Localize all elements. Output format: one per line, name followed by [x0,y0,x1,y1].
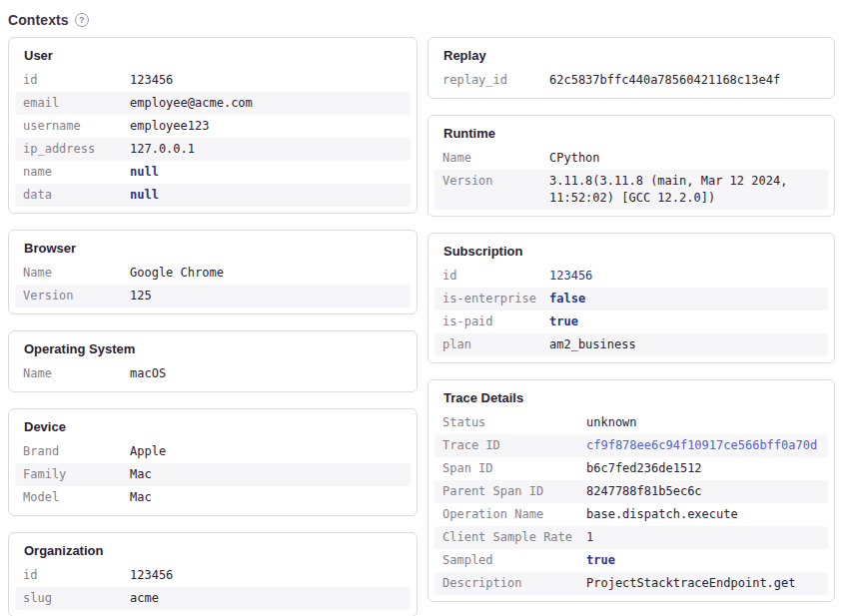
card-rows: NameCPythonVersion3.11.8(3.11.8 (main, M… [434,147,828,210]
context-row: is-paidtrue [434,310,828,333]
context-row: NameGoogle Chrome [15,262,411,285]
context-row: emailemployee@acme.com [15,92,411,115]
context-row: Sampledtrue [434,549,828,572]
context-key: is-enterprise [442,291,549,308]
card-rows: id123456slugacme [15,564,411,610]
context-row: usernameemployee123 [15,115,411,138]
context-row: BrandApple [15,440,411,463]
context-key: Name [442,150,549,167]
context-value: employee@acme.com [130,95,403,112]
context-key: Client Sample Rate [442,529,586,546]
context-key: ip_address [23,141,130,158]
card-runtime: Runtime NameCPythonVersion3.11.8(3.11.8 … [427,115,835,217]
context-value: 62c5837bffc440a78560421168c13e4f [549,72,820,89]
context-row: Version125 [15,285,411,308]
context-row: namenull [15,161,411,184]
context-value: unknown [586,414,820,431]
card-rows: BrandAppleFamilyMacModelMac [15,440,411,509]
context-key: Model [23,489,130,506]
context-row: planam2_business [434,333,828,356]
context-key: Version [442,173,549,190]
context-key: is-paid [442,313,549,330]
help-icon[interactable]: ? [75,13,89,27]
context-key: id [23,72,130,89]
card-title: Organization [24,543,402,558]
context-row: Operation Namebase.dispatch.execute [434,503,828,526]
context-row: FamilyMac [15,463,411,486]
context-value: 123456 [549,268,820,285]
page-title: Contexts [8,12,69,28]
context-key: Name [23,265,130,282]
card-replay: Replay replay_id62c5837bffc440a785604211… [427,37,835,99]
contexts-header: Contexts ? [0,0,843,37]
context-key: Family [23,466,130,483]
context-value: employee123 [130,118,403,135]
context-row: Client Sample Rate1 [434,526,828,549]
card-trace-details: Trace Details StatusunknownTrace IDcf9f8… [427,379,835,602]
context-value: Google Chrome [130,265,403,282]
card-title: Browser [24,241,402,256]
context-row: Span IDb6c7fed236de1512 [434,457,828,480]
context-row: id123456 [15,69,411,92]
context-value[interactable]: cf9f878ee6c94f10917ce566bff0a70d [586,437,820,454]
context-row: Trace IDcf9f878ee6c94f10917ce566bff0a70d [434,434,828,457]
context-key: id [23,567,130,584]
context-value: CPython [549,150,820,167]
card-title: Operating System [24,341,402,356]
context-value: 3.11.8(3.11.8 (main, Mar 12 2024, 11:52:… [549,173,820,207]
card-rows: replay_id62c5837bffc440a78560421168c13e4… [434,69,828,92]
card-user: User id123456emailemployee@acme.comusern… [8,37,418,214]
card-rows: StatusunknownTrace IDcf9f878ee6c94f10917… [434,411,828,595]
context-value: acme [130,590,403,607]
context-value: am2_business [549,336,820,353]
context-value: 8247788f81b5ec6c [586,483,820,500]
context-row: NameCPython [434,147,828,170]
context-row: id123456 [434,265,828,288]
context-value: false [549,291,820,308]
context-key: Name [23,365,130,382]
context-key: Status [442,414,586,431]
context-row: ModelMac [15,486,411,509]
context-key: Operation Name [442,506,586,523]
context-key: plan [442,336,549,353]
context-key: Sampled [442,552,586,569]
column-right: Replay replay_id62c5837bffc440a785604211… [427,37,835,616]
context-value: 123456 [130,72,403,89]
context-row: DescriptionProjectStacktraceEndpoint.get [434,572,828,595]
context-key: username [23,118,130,135]
context-key: email [23,95,130,112]
card-operating-system: Operating System NamemacOS [8,330,418,392]
context-row: datanull [15,184,411,207]
card-title: Device [24,419,402,434]
card-title: Runtime [443,126,819,141]
context-row: replay_id62c5837bffc440a78560421168c13e4… [434,69,828,92]
context-key: Brand [23,443,130,460]
context-key: Span ID [442,460,586,477]
context-key: data [23,187,130,204]
context-row: is-enterprisefalse [434,288,828,310]
card-subscription: Subscription id123456is-enterprisefalsei… [427,233,835,363]
context-value: b6c7fed236de1512 [586,460,820,477]
context-value: base.dispatch.execute [586,506,820,523]
card-title: User [24,48,402,63]
context-row: Statusunknown [434,411,828,434]
context-value: true [549,313,820,330]
context-key: Version [23,288,130,305]
context-value: Mac [130,489,403,506]
card-title: Replay [443,48,819,63]
card-device: Device BrandAppleFamilyMacModelMac [8,408,418,516]
contexts-grid: User id123456emailemployee@acme.comusern… [8,37,835,616]
context-row: slugacme [15,587,411,610]
card-rows: NamemacOS [15,362,411,385]
context-value: 1 [586,529,820,546]
card-rows: id123456emailemployee@acme.comusernameem… [15,69,411,207]
context-value: Apple [130,443,403,460]
context-key: name [23,164,130,181]
context-row: ip_address127.0.0.1 [15,138,411,161]
context-value: null [130,164,403,181]
context-row: Version3.11.8(3.11.8 (main, Mar 12 2024,… [434,170,828,210]
context-key: Parent Span ID [442,483,586,500]
context-key: Description [442,575,586,592]
column-left: User id123456emailemployee@acme.comusern… [8,37,418,616]
context-value: true [586,552,820,569]
